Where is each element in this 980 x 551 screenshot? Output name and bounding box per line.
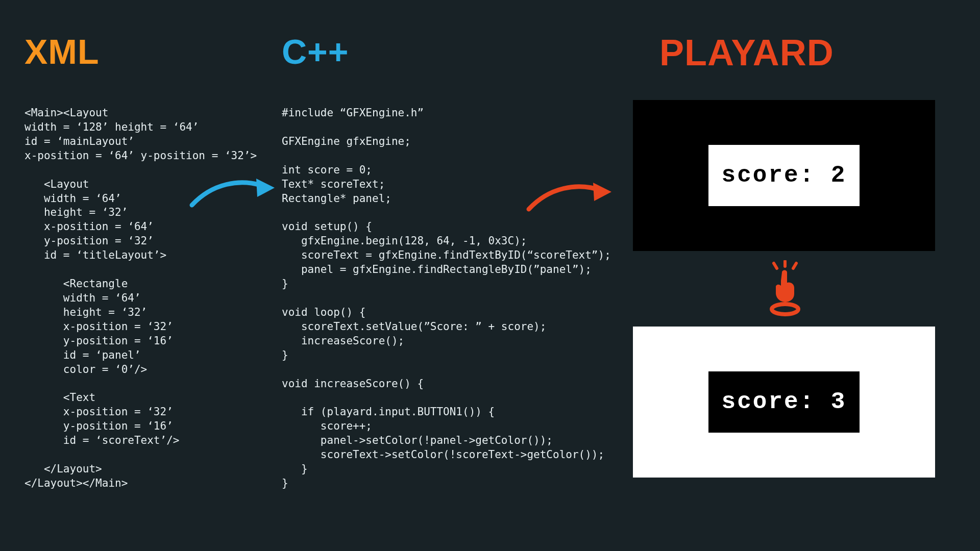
slide: XML C++ PLAYARD <Main><Layout width = ‘1… [0,0,980,551]
display-screen-after: score: 3 [633,327,935,478]
svg-point-0 [772,304,798,314]
arrow-blue-icon [189,168,281,214]
code-block-xml: <Main><Layout width = ‘128’ height = ‘64… [24,106,257,491]
score-text-before: score: 2 [722,162,847,189]
tap-icon [765,260,805,316]
display-panel-after: score: 3 [708,371,860,433]
heading-cpp: C++ [282,32,349,71]
display-panel-before: score: 2 [708,145,860,206]
arrow-red-icon [526,172,618,218]
display-screen-before: score: 2 [633,100,935,251]
heading-xml: XML [24,32,100,71]
score-text-after: score: 3 [722,389,847,415]
heading-playard: PLAYARD [659,32,834,73]
code-block-cpp: #include “GFXEngine.h” GFXEngine gfxEngi… [282,106,611,491]
